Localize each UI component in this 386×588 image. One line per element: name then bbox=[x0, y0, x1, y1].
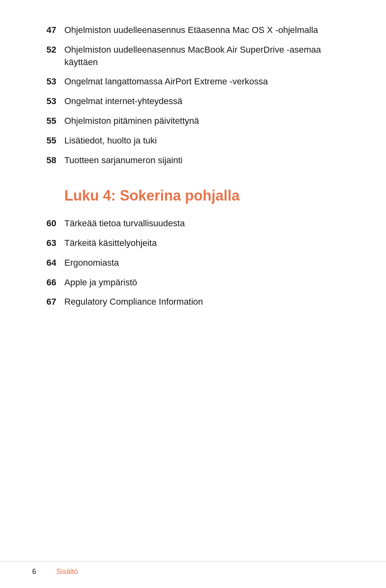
toc-page-number: 58 bbox=[32, 154, 56, 167]
toc-entry: 58Tuotteen sarjanumeron sijainti bbox=[32, 154, 354, 167]
toc-entry: 52Ohjelmiston uudelleenasennus MacBook A… bbox=[32, 44, 354, 69]
toc-chapter-page-number: 67 bbox=[32, 296, 56, 308]
toc-entry: 53Ongelmat langattomassa AirPort Extreme… bbox=[32, 76, 354, 88]
toc-entries-list: 47Ohjelmiston uudelleenasennus Etäasenna… bbox=[32, 24, 354, 166]
footer: 6 Sisältö bbox=[0, 561, 386, 576]
footer-page-number: 6 bbox=[32, 568, 48, 576]
toc-entry-text: Ongelmat internet-yhteydessä bbox=[64, 95, 183, 108]
toc-chapter-entry: 67Regulatory Compliance Information bbox=[32, 296, 354, 308]
toc-chapter-entry-text: Tärkeää tietoa turvallisuudesta bbox=[64, 217, 185, 230]
chapter-heading: Luku 4: Sokerina pohjalla bbox=[32, 186, 354, 205]
toc-entry: 55Lisätiedot, huolto ja tuki bbox=[32, 135, 354, 147]
toc-entry-text: Ohjelmiston uudelleenasennus Etäasenna M… bbox=[64, 24, 318, 37]
toc-page-number: 53 bbox=[32, 76, 56, 88]
toc-entry-text: Ongelmat langattomassa AirPort Extreme -… bbox=[64, 76, 268, 88]
chapter-title: Luku 4: Sokerina pohjalla bbox=[64, 186, 354, 205]
toc-entry-text: Ohjelmiston pitäminen päivitettynä bbox=[64, 115, 199, 127]
toc-chapter-entry-text: Tärkeitä käsittelyohjeita bbox=[64, 237, 157, 250]
toc-chapter-entry-text: Regulatory Compliance Information bbox=[64, 296, 203, 308]
toc-entry-text: Lisätiedot, huolto ja tuki bbox=[64, 135, 157, 147]
toc-chapter-page-number: 64 bbox=[32, 257, 56, 269]
toc-page-number: 55 bbox=[32, 115, 56, 127]
toc-page-number: 55 bbox=[32, 135, 56, 147]
toc-chapter-entry: 64Ergonomiasta bbox=[32, 257, 354, 269]
toc-entry: 53Ongelmat internet-yhteydessä bbox=[32, 95, 354, 108]
toc-page-number: 47 bbox=[32, 24, 56, 37]
toc-chapter-entry: 63Tärkeitä käsittelyohjeita bbox=[32, 237, 354, 250]
toc-chapter-entry: 60Tärkeää tietoa turvallisuudesta bbox=[32, 217, 354, 230]
toc-entry-text: Tuotteen sarjanumeron sijainti bbox=[64, 154, 183, 167]
toc-page-number: 52 bbox=[32, 44, 56, 56]
footer-title: Sisältö bbox=[56, 568, 78, 576]
toc-entry: 55Ohjelmiston pitäminen päivitettynä bbox=[32, 115, 354, 127]
toc-chapter-page-number: 66 bbox=[32, 277, 56, 289]
toc-entry-text: Ohjelmiston uudelleenasennus MacBook Air… bbox=[64, 44, 354, 69]
toc-chapter-page-number: 60 bbox=[32, 217, 56, 230]
page-content: 47Ohjelmiston uudelleenasennus Etäasenna… bbox=[0, 0, 386, 348]
toc-chapter-entry-text: Ergonomiasta bbox=[64, 257, 119, 269]
chapter-entries-list: 60Tärkeää tietoa turvallisuudesta63Tärke… bbox=[32, 217, 354, 308]
toc-chapter-page-number: 63 bbox=[32, 237, 56, 250]
toc-chapter-entry: 66Apple ja ympäristö bbox=[32, 277, 354, 289]
toc-chapter-entry-text: Apple ja ympäristö bbox=[64, 277, 137, 289]
toc-page-number: 53 bbox=[32, 95, 56, 108]
toc-entry: 47Ohjelmiston uudelleenasennus Etäasenna… bbox=[32, 24, 354, 37]
